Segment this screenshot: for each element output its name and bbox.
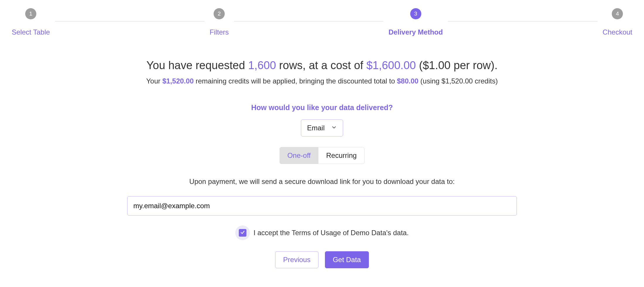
step-delivery-method[interactable]: 3 Delivery Method bbox=[389, 8, 443, 36]
step-label: Select Table bbox=[12, 28, 50, 36]
step-connector bbox=[234, 21, 383, 21]
email-field[interactable] bbox=[127, 196, 517, 216]
tab-one-off[interactable]: One-off bbox=[280, 147, 319, 164]
stepper: 1 Select Table 2 Filters 3 Delivery Meth… bbox=[12, 8, 632, 36]
chevron-down-icon bbox=[331, 124, 337, 132]
check-icon bbox=[240, 230, 245, 236]
step-circle: 3 bbox=[410, 8, 421, 19]
step-connector bbox=[55, 21, 204, 21]
summary-l2-suffix: (using $1,520.00 credits) bbox=[418, 77, 498, 85]
summary-rows: 1,600 bbox=[248, 59, 276, 71]
tab-recurring[interactable]: Recurring bbox=[318, 147, 364, 164]
select-value: Email bbox=[307, 124, 325, 132]
summary-suffix: ($1.00 per row). bbox=[416, 59, 498, 71]
summary-line2: Your $1,520.00 remaining credits will be… bbox=[12, 77, 632, 85]
step-circle: 1 bbox=[25, 8, 36, 19]
nav-buttons: Previous Get Data bbox=[12, 251, 632, 268]
step-select-table[interactable]: 1 Select Table bbox=[12, 8, 50, 36]
summary-cost: $1,600.00 bbox=[366, 59, 416, 71]
step-filters[interactable]: 2 Filters bbox=[210, 8, 229, 36]
step-label: Delivery Method bbox=[389, 28, 443, 36]
frequency-tabs: One-off Recurring bbox=[12, 147, 632, 164]
delivery-question: How would you like your data delivered? bbox=[12, 103, 632, 112]
terms-row: I accept the Terms of Usage of Demo Data… bbox=[12, 226, 632, 240]
step-checkout[interactable]: 4 Checkout bbox=[603, 8, 632, 36]
summary: You have requested 1,600 rows, at a cost… bbox=[12, 59, 632, 85]
terms-checkbox-wrap bbox=[235, 226, 250, 240]
terms-checkbox[interactable] bbox=[239, 229, 246, 237]
step-circle: 4 bbox=[612, 8, 623, 19]
summary-mid1: rows, at a cost of bbox=[276, 59, 366, 71]
step-label: Checkout bbox=[603, 28, 632, 36]
step-circle: 2 bbox=[214, 8, 225, 19]
delivery-description: Upon payment, we will send a secure down… bbox=[12, 177, 632, 186]
summary-l2-mid: remaining credits will be applied, bring… bbox=[194, 77, 397, 85]
delivery-method-select[interactable]: Email bbox=[301, 119, 343, 136]
summary-line1: You have requested 1,600 rows, at a cost… bbox=[12, 59, 632, 72]
summary-prefix: You have requested bbox=[146, 59, 248, 71]
step-connector bbox=[448, 21, 597, 21]
step-label: Filters bbox=[210, 28, 229, 36]
previous-button[interactable]: Previous bbox=[275, 251, 318, 268]
summary-discounted: $80.00 bbox=[397, 77, 418, 85]
get-data-button[interactable]: Get Data bbox=[325, 251, 369, 268]
summary-l2-prefix: Your bbox=[146, 77, 162, 85]
summary-credit: $1,520.00 bbox=[162, 77, 194, 85]
terms-label: I accept the Terms of Usage of Demo Data… bbox=[253, 229, 409, 237]
